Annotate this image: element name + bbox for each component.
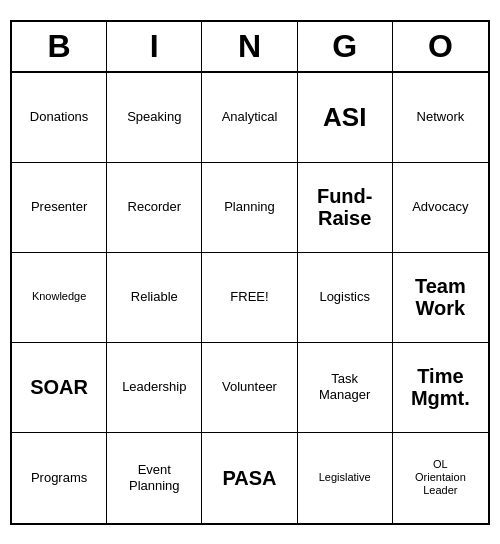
bingo-cell-24[interactable]: OL Orientaion Leader [393,433,488,523]
header-b: B [12,22,107,71]
bingo-cell-11[interactable]: Reliable [107,253,202,343]
bingo-grid: DonationsSpeakingAnalyticalASINetworkPre… [12,73,488,523]
bingo-cell-15[interactable]: SOAR [12,343,107,433]
cell-text-3: ASI [323,103,366,132]
header-n: N [202,22,297,71]
bingo-cell-22[interactable]: PASA [202,433,297,523]
bingo-card: B I N G O DonationsSpeakingAnalyticalASI… [10,20,490,525]
bingo-cell-1[interactable]: Speaking [107,73,202,163]
cell-text-6: Recorder [128,199,181,215]
cell-text-14: Team Work [415,275,466,319]
bingo-cell-0[interactable]: Donations [12,73,107,163]
bingo-cell-16[interactable]: Leadership [107,343,202,433]
cell-text-23: Legislative [319,471,371,484]
cell-text-17: Volunteer [222,379,277,395]
bingo-cell-18[interactable]: Task Manager [298,343,393,433]
bingo-cell-8[interactable]: Fund- Raise [298,163,393,253]
cell-text-10: Knowledge [32,290,86,303]
cell-text-15: SOAR [30,376,88,398]
header-i: I [107,22,202,71]
bingo-cell-7[interactable]: Planning [202,163,297,253]
cell-text-11: Reliable [131,289,178,305]
cell-text-2: Analytical [222,109,278,125]
bingo-cell-19[interactable]: Time Mgmt. [393,343,488,433]
cell-text-19: Time Mgmt. [411,365,470,409]
cell-text-5: Presenter [31,199,87,215]
cell-text-9: Advocacy [412,199,468,215]
cell-text-8: Fund- Raise [317,185,373,229]
cell-text-1: Speaking [127,109,181,125]
cell-text-0: Donations [30,109,89,125]
cell-text-20: Programs [31,470,87,486]
cell-text-21: Event Planning [129,462,180,493]
cell-text-7: Planning [224,199,275,215]
bingo-cell-6[interactable]: Recorder [107,163,202,253]
cell-text-12: FREE! [230,289,268,305]
cell-text-4: Network [417,109,465,125]
cell-text-22: PASA [222,467,276,489]
cell-text-13: Logistics [319,289,370,305]
bingo-cell-20[interactable]: Programs [12,433,107,523]
bingo-cell-5[interactable]: Presenter [12,163,107,253]
bingo-cell-14[interactable]: Team Work [393,253,488,343]
bingo-cell-23[interactable]: Legislative [298,433,393,523]
bingo-cell-10[interactable]: Knowledge [12,253,107,343]
bingo-cell-21[interactable]: Event Planning [107,433,202,523]
header-o: O [393,22,488,71]
bingo-cell-17[interactable]: Volunteer [202,343,297,433]
cell-text-16: Leadership [122,379,186,395]
bingo-header: B I N G O [12,22,488,73]
bingo-cell-9[interactable]: Advocacy [393,163,488,253]
bingo-cell-3[interactable]: ASI [298,73,393,163]
bingo-cell-12[interactable]: FREE! [202,253,297,343]
bingo-cell-13[interactable]: Logistics [298,253,393,343]
header-g: G [298,22,393,71]
cell-text-18: Task Manager [319,371,370,402]
bingo-cell-2[interactable]: Analytical [202,73,297,163]
cell-text-24: OL Orientaion Leader [415,458,466,498]
bingo-cell-4[interactable]: Network [393,73,488,163]
